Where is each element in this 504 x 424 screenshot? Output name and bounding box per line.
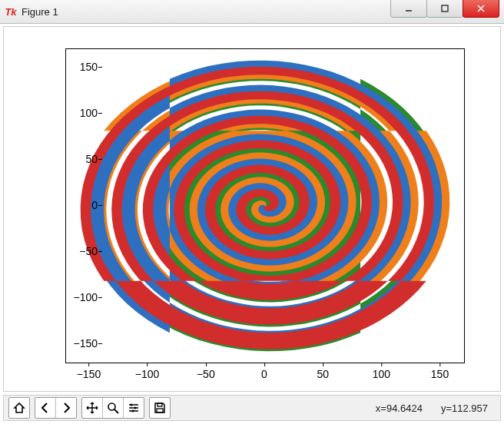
cursor-y: y=112.957 (441, 402, 488, 414)
close-button[interactable] (463, 0, 499, 18)
maximize-button[interactable] (426, 0, 463, 18)
cursor-readout: x=94.6424 y=112.957 (376, 402, 496, 414)
x-tick: 100 (373, 368, 390, 380)
plot-canvas[interactable]: −150−100−50050100150−150−100−50050100150 (3, 26, 501, 392)
nav-toolbar: x=94.6424 y=112.957 (3, 395, 501, 421)
y-tick: 0 (59, 199, 98, 211)
cursor-x: x=94.6424 (376, 402, 423, 414)
x-tick: −100 (135, 368, 160, 380)
save-button[interactable] (150, 398, 170, 418)
titlebar: Tk Figure 1 (0, 0, 504, 24)
tk-icon: Tk (5, 5, 17, 18)
forward-button[interactable] (56, 398, 76, 418)
svg-point-6 (130, 403, 132, 406)
configure-button[interactable] (124, 398, 144, 418)
y-tick: 50 (59, 153, 98, 165)
zoom-button[interactable] (103, 398, 124, 418)
y-tick: 150 (59, 61, 98, 73)
minimize-button[interactable] (390, 0, 427, 18)
y-tick: −150 (59, 337, 98, 349)
pan-button[interactable] (82, 398, 103, 418)
spiral-plot (66, 49, 464, 363)
y-tick: −50 (59, 245, 98, 257)
svg-rect-9 (158, 403, 162, 406)
svg-point-7 (134, 406, 136, 409)
window-buttons (391, 0, 499, 18)
window-title: Figure 1 (22, 6, 391, 18)
x-tick: −150 (77, 368, 101, 380)
svg-rect-1 (442, 5, 448, 12)
y-tick: 100 (59, 107, 98, 119)
svg-point-8 (131, 409, 134, 412)
svg-point-4 (108, 403, 115, 410)
back-button[interactable] (35, 398, 56, 418)
figure-window: Tk Figure 1 −150−100−50050100150−150−100… (0, 0, 504, 424)
svg-line-5 (114, 409, 118, 413)
plot-axes (65, 48, 465, 363)
home-button[interactable] (9, 398, 29, 418)
x-tick: 0 (261, 368, 267, 380)
x-tick: −50 (197, 368, 215, 380)
y-tick: −100 (59, 291, 98, 303)
x-tick: 150 (431, 368, 449, 380)
x-tick: 50 (317, 368, 329, 380)
